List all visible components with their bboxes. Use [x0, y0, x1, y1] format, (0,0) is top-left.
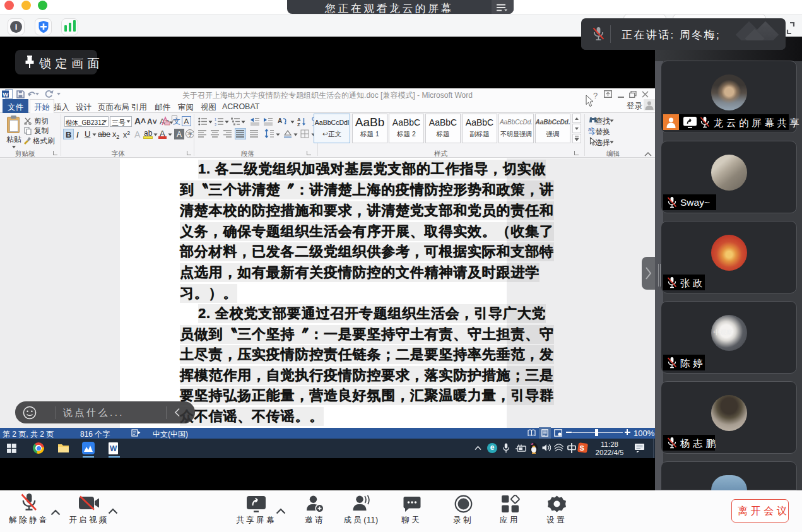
svg-text:A: A: [278, 117, 282, 124]
svg-text:1: 1: [215, 117, 216, 121]
svg-text:3: 3: [215, 122, 216, 126]
svg-text:Z: Z: [297, 122, 300, 126]
